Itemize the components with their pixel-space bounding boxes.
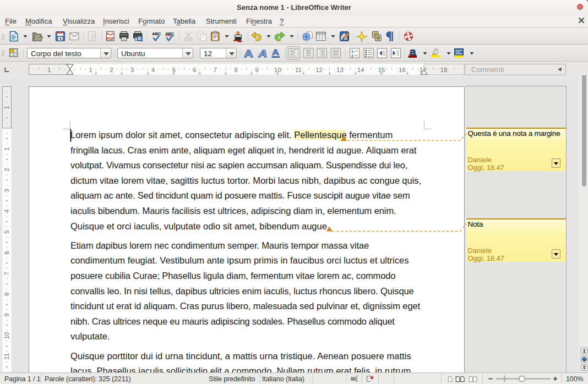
svg-text:13: 13	[336, 67, 344, 73]
svg-text:2: 2	[110, 67, 113, 73]
svg-text:3: 3	[130, 67, 134, 73]
svg-text:14: 14	[357, 67, 364, 73]
svg-text:16: 16	[399, 67, 406, 73]
svg-text:18: 18	[440, 67, 448, 73]
svg-text:7: 7	[214, 67, 217, 73]
svg-text:1: 1	[89, 67, 92, 73]
svg-text:12: 12	[315, 67, 323, 73]
svg-text:6: 6	[193, 67, 196, 73]
svg-text:1: 1	[47, 67, 51, 73]
svg-text:Commenti: Commenti	[471, 65, 504, 74]
svg-text:9: 9	[255, 67, 258, 73]
svg-text:11: 11	[295, 67, 302, 73]
svg-text:8: 8	[235, 67, 238, 73]
svg-text:4: 4	[151, 67, 155, 73]
